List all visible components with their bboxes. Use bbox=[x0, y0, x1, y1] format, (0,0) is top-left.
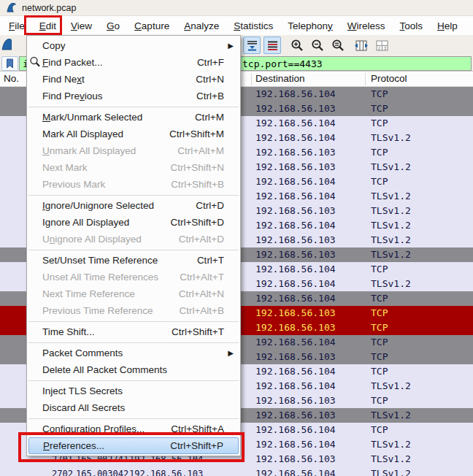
menu-item-find-next[interactable]: Find NextCtrl+N bbox=[27, 71, 240, 88]
wireshark-fin-icon[interactable] bbox=[1, 38, 12, 51]
cell-proto: TCP bbox=[371, 320, 388, 335]
cell-proto: TLSv1.2 bbox=[371, 131, 411, 145]
menubar-item-help[interactable]: Help bbox=[430, 16, 465, 35]
menubar-item-telephony[interactable]: Telephony bbox=[280, 16, 340, 35]
menu-item-preferences[interactable]: Preferences...Ctrl+Shift+P bbox=[28, 437, 239, 454]
wireshark-logo-icon bbox=[6, 2, 17, 13]
zoom-in-button[interactable] bbox=[288, 37, 306, 54]
cell-dest: 192.168.56.103 bbox=[255, 408, 336, 423]
colorize-packets-button[interactable] bbox=[264, 37, 281, 54]
menu-shortcut: Ctrl+Alt+N bbox=[179, 285, 224, 302]
menu-shortcut: Ctrl+B bbox=[196, 88, 224, 104]
menu-shortcut: Ctrl+Shift+M bbox=[169, 126, 224, 142]
menu-item-inject-tls-secrets[interactable]: Inject TLS Secrets bbox=[27, 383, 240, 399]
cell-proto: TCP bbox=[371, 306, 388, 320]
menu-item-previous-time-reference[interactable]: Previous Time ReferenceCtrl+Alt+B bbox=[27, 302, 240, 319]
menu-item-ignore-all-displayed[interactable]: Ignore All DisplayedCtrl+Shift+D bbox=[27, 214, 240, 231]
filter-bookmark-button[interactable] bbox=[1, 56, 18, 71]
cell-proto: TCP bbox=[371, 423, 388, 437]
cell-dest: 192.168.56.104 bbox=[255, 364, 336, 379]
submenu-arrow-icon: ▶ bbox=[228, 345, 234, 361]
menu-item-configuration-profiles[interactable]: Configuration Profiles...Ctrl+Shift+A bbox=[27, 421, 240, 437]
menu-item-next-mark[interactable]: Next MarkCtrl+Shift+N bbox=[27, 159, 240, 176]
cell-time: 165.003042 bbox=[76, 467, 128, 476]
menu-item-packet-comments[interactable]: Packet Comments▶ bbox=[27, 345, 240, 361]
menu-shortcut: Ctrl+Alt+M bbox=[177, 142, 224, 159]
cell-dest: 192.168.56.103 bbox=[255, 350, 336, 364]
menu-item-copy[interactable]: Copy▶ bbox=[27, 37, 240, 54]
cell-proto: TLSv1.2 bbox=[371, 218, 411, 233]
svg-text:1: 1 bbox=[380, 41, 382, 45]
title-bar: network.pcap bbox=[0, 0, 473, 16]
menu-item-unmark-all-displayed[interactable]: Unmark All DisplayedCtrl+Alt+M bbox=[27, 142, 240, 159]
menubar-item-analyze[interactable]: Analyze bbox=[177, 16, 226, 35]
menu-item-unset-all-time-references[interactable]: Unset All Time ReferencesCtrl+Alt+T bbox=[27, 269, 240, 285]
cell-proto: TLSv1.2 bbox=[371, 160, 411, 174]
cell-dest: 192.168.56.104 bbox=[255, 291, 336, 306]
cell-dest: 192.168.56.103 bbox=[255, 247, 336, 262]
bookmark-icon bbox=[6, 58, 14, 69]
cell-dest: 192.168.56.103 bbox=[255, 306, 336, 320]
cell-proto: TLSv1.2 bbox=[371, 247, 411, 262]
scroll-to-bottom-button[interactable] bbox=[243, 37, 261, 54]
menubar-item-wireless[interactable]: Wireless bbox=[340, 16, 393, 35]
svg-text:2: 2 bbox=[377, 46, 380, 50]
cell-proto: TCP bbox=[371, 174, 388, 189]
zoom-normal-icon bbox=[331, 39, 345, 52]
cell-dest: 192.168.56.103 bbox=[255, 320, 336, 335]
menu-item-ignore-unignore-selected[interactable]: Ignore/Unignore SelectedCtrl+D bbox=[27, 197, 240, 214]
cell-dest: 192.168.56.103 bbox=[255, 452, 336, 467]
menu-shortcut: Ctrl+Shift+A bbox=[171, 421, 224, 437]
menubar-item-view[interactable]: View bbox=[64, 16, 99, 35]
menubar-item-file[interactable]: File bbox=[1, 16, 32, 35]
cell-no: 2702 bbox=[29, 467, 73, 476]
menubar-item-edit[interactable]: Edit bbox=[32, 16, 64, 35]
menu-shortcut: Ctrl+Shift+B bbox=[171, 176, 224, 193]
zoom-normal-button[interactable] bbox=[329, 37, 347, 54]
resize-columns-button[interactable] bbox=[353, 37, 370, 54]
menu-item-find-previous[interactable]: Find PreviousCtrl+B bbox=[27, 88, 240, 104]
cell-proto: TLSv1.2 bbox=[371, 189, 411, 204]
cell-proto: TCP bbox=[371, 101, 388, 116]
column-header-destination[interactable]: Destination bbox=[255, 73, 305, 84]
menu-item-unignore-all-displayed[interactable]: Unignore All DisplayedCtrl+Alt+D bbox=[27, 231, 240, 247]
menu-item-delete-all-packet-comments[interactable]: Delete All Packet Comments bbox=[27, 361, 240, 378]
menu-item-mark-all-displayed[interactable]: Mark All DisplayedCtrl+Shift+M bbox=[27, 126, 240, 142]
cell-dest: 192.168.56.104 bbox=[255, 262, 336, 277]
filter-text-right: tcp.port==4433 bbox=[242, 58, 323, 69]
menu-shortcut: Ctrl+Shift+D bbox=[170, 214, 224, 231]
menubar-item-go[interactable]: Go bbox=[99, 16, 127, 35]
menubar: FileEditViewGoCaptureAnalyzeStatisticsTe… bbox=[0, 16, 473, 35]
packet-row[interactable]: 2702165.003042192.168.56.103192.168.56.1… bbox=[0, 467, 473, 476]
cell-dest: 192.168.56.104 bbox=[255, 335, 336, 350]
menu-item-find-packet[interactable]: Find Packet...Ctrl+F bbox=[27, 54, 240, 71]
column-header-protocol[interactable]: Protocol bbox=[371, 73, 407, 84]
cell-dest: 192.168.56.104 bbox=[255, 87, 336, 101]
zoom-in-icon bbox=[291, 39, 304, 52]
menu-shortcut: Ctrl+Shift+P bbox=[170, 438, 223, 453]
menu-item-set-unset-time-reference[interactable]: Set/Unset Time ReferenceCtrl+T bbox=[27, 252, 240, 269]
cell-proto: TLSv1.2 bbox=[371, 277, 411, 291]
menubar-item-capture[interactable]: Capture bbox=[127, 16, 177, 35]
menu-item-mark-unmark-selected[interactable]: Mark/Unmark SelectedCtrl+M bbox=[27, 109, 240, 126]
menu-item-previous-mark[interactable]: Previous MarkCtrl+Shift+B bbox=[27, 176, 240, 193]
column-divider[interactable] bbox=[365, 73, 366, 85]
menubar-item-statistics[interactable]: Statistics bbox=[226, 16, 280, 35]
menu-item-time-shift[interactable]: Time Shift...Ctrl+Shift+T bbox=[27, 323, 240, 340]
cell-proto: TLSv1.2 bbox=[371, 233, 411, 247]
cell-proto: TCP bbox=[371, 350, 388, 364]
menubar-item-tools[interactable]: Tools bbox=[393, 16, 431, 35]
column-header-no[interactable]: No. bbox=[4, 73, 19, 84]
cell-dest: 192.168.56.103 bbox=[255, 233, 336, 247]
cell-dest: 192.168.56.104 bbox=[255, 131, 336, 145]
zoom-out-button[interactable] bbox=[309, 37, 326, 54]
layout-123-button[interactable]: 1 2 3 bbox=[373, 37, 391, 54]
cell-dest: 192.168.56.104 bbox=[255, 379, 336, 394]
menu-item-discard-all-secrets[interactable]: Discard All Secrets bbox=[27, 399, 240, 416]
menu-item-next-time-reference[interactable]: Next Time ReferenceCtrl+Alt+N bbox=[27, 285, 240, 302]
cell-dest: 192.168.56.104 bbox=[255, 437, 336, 452]
column-divider[interactable] bbox=[251, 73, 252, 85]
cell-dest: 192.168.56.103 bbox=[255, 204, 336, 218]
menu-shortcut: Ctrl+Alt+D bbox=[179, 231, 224, 247]
menu-shortcut: Ctrl+Alt+T bbox=[180, 269, 224, 285]
